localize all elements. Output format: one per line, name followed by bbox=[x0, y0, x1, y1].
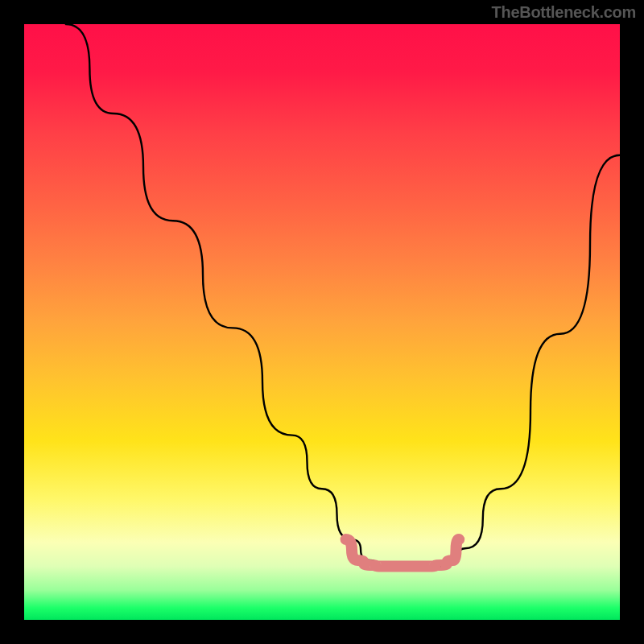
curve-layer bbox=[24, 24, 620, 620]
bottleneck-curve-path bbox=[66, 24, 620, 566]
watermark-text: TheBottleneck.com bbox=[492, 3, 636, 22]
plot-area bbox=[24, 24, 620, 620]
optimal-band-path bbox=[346, 539, 460, 566]
chart-frame: TheBottleneck.com bbox=[0, 0, 644, 644]
